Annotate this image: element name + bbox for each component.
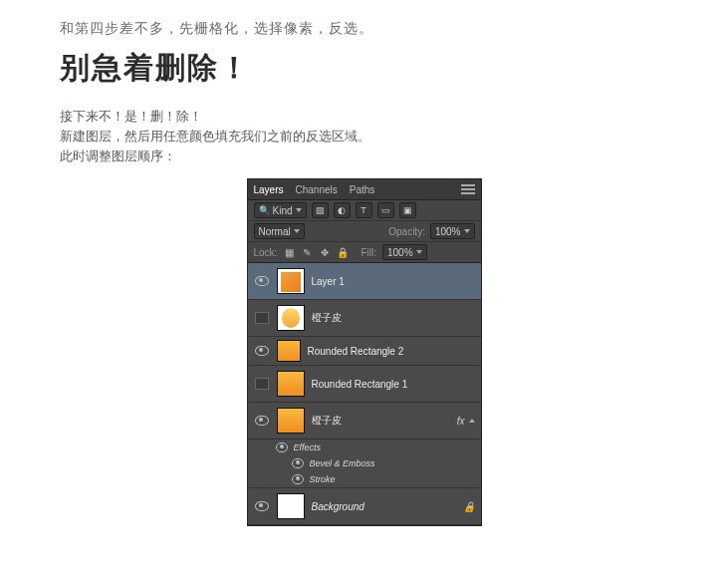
chevron-up-icon[interactable] (469, 419, 475, 423)
filter-shape-icon[interactable]: ▭ (377, 202, 394, 218)
layer-name[interactable]: Rounded Rectangle 1 (312, 379, 408, 390)
visibility-eye-icon[interactable] (292, 474, 304, 484)
headline: 别急着删除！ (60, 48, 668, 89)
layer-thumbnail[interactable] (277, 340, 301, 362)
body-line-3: 此时调整图层顺序： (60, 146, 668, 166)
layer-name[interactable]: Rounded Rectangle 2 (308, 346, 404, 357)
layer-row[interactable]: 橙子皮 fx (248, 403, 481, 440)
panel-menu-icon[interactable] (461, 184, 475, 194)
search-icon: 🔍 (259, 205, 270, 215)
lock-row: Lock: ▦ ✎ ✥ 🔒 Fill: 100% (248, 242, 481, 263)
chevron-down-icon (296, 208, 302, 212)
tab-layers[interactable]: Layers (254, 184, 284, 195)
layer-thumbnail[interactable] (277, 305, 305, 331)
opacity-label: Opacity: (388, 226, 425, 237)
lock-transparent-icon[interactable]: ▦ (283, 246, 295, 258)
layer-name[interactable]: Background (312, 501, 364, 512)
layer-thumbnail[interactable] (277, 268, 305, 294)
tab-paths[interactable]: Paths (350, 184, 375, 195)
layer-effects: Effects Bevel & Emboss Stroke (248, 440, 481, 488)
blend-mode-value: Normal (259, 226, 291, 237)
lock-pixels-icon[interactable]: ✎ (301, 246, 313, 258)
fill-value: 100% (387, 247, 413, 258)
fill-label: Fill: (361, 247, 376, 258)
filter-smart-icon[interactable]: ▣ (399, 202, 416, 218)
chevron-down-icon (464, 229, 470, 233)
panel-tabs: Layers Channels Paths (248, 179, 481, 200)
visibility-eye-icon[interactable] (255, 346, 269, 356)
visibility-eye-icon[interactable] (292, 458, 304, 468)
visibility-off-icon[interactable] (255, 312, 269, 324)
opacity-dropdown[interactable]: 100% (430, 223, 475, 239)
filter-kind-label: Kind (273, 205, 293, 216)
filter-row: 🔍 Kind ▧ ◐ T ▭ ▣ (248, 200, 481, 221)
lock-all-icon[interactable]: 🔒 (337, 246, 349, 258)
opacity-value: 100% (435, 226, 461, 237)
chevron-down-icon (416, 250, 422, 254)
blend-mode-dropdown[interactable]: Normal (254, 223, 305, 239)
visibility-off-icon[interactable] (255, 378, 269, 390)
layer-row[interactable]: Layer 1 (248, 263, 481, 300)
lock-position-icon[interactable]: ✥ (319, 246, 331, 258)
layer-thumbnail[interactable] (277, 408, 305, 434)
filter-kind-dropdown[interactable]: 🔍 Kind (254, 202, 307, 218)
layers-list: Layer 1 橙子皮 Rounded Rectangle 2 Rounded … (248, 263, 481, 525)
layer-thumbnail[interactable] (277, 371, 305, 397)
layer-name[interactable]: 橙子皮 (312, 311, 342, 325)
filter-type-icon[interactable]: T (356, 202, 372, 218)
blend-row: Normal Opacity: 100% (248, 221, 481, 242)
layer-row[interactable]: Rounded Rectangle 1 (248, 366, 481, 403)
effects-title: Effects (294, 442, 322, 452)
body-line-2: 新建图层，然后用任意颜色填充我们之前的反选区域。 (60, 127, 668, 146)
body-line-1: 接下来不！是！删！除！ (60, 107, 668, 127)
lock-icon: 🔒 (463, 501, 475, 512)
effect-bevel[interactable]: Bevel & Emboss (310, 458, 375, 468)
visibility-eye-icon[interactable] (255, 276, 269, 286)
visibility-eye-icon[interactable] (255, 501, 269, 511)
layer-thumbnail[interactable] (277, 493, 305, 519)
intro-text: 和第四步差不多，先栅格化，选择像素，反选。 (60, 20, 668, 38)
chevron-down-icon (294, 229, 300, 233)
layer-name[interactable]: 橙子皮 (312, 414, 342, 428)
visibility-eye-icon[interactable] (255, 416, 269, 426)
tab-channels[interactable]: Channels (296, 184, 338, 195)
layer-row[interactable]: Background 🔒 (248, 488, 481, 525)
filter-adjust-icon[interactable]: ◐ (334, 202, 351, 218)
fill-dropdown[interactable]: 100% (382, 244, 427, 260)
lock-label: Lock: (254, 247, 278, 258)
layer-row[interactable]: 橙子皮 (248, 300, 481, 337)
layers-panel: Layers Channels Paths 🔍 Kind ▧ ◐ T ▭ ▣ N… (247, 178, 482, 526)
visibility-eye-icon[interactable] (276, 442, 288, 452)
fx-badge[interactable]: fx (457, 416, 465, 427)
filter-pixel-icon[interactable]: ▧ (312, 202, 329, 218)
layer-name[interactable]: Layer 1 (312, 276, 345, 287)
layer-row[interactable]: Rounded Rectangle 2 (248, 337, 481, 366)
effect-stroke[interactable]: Stroke (310, 474, 336, 484)
